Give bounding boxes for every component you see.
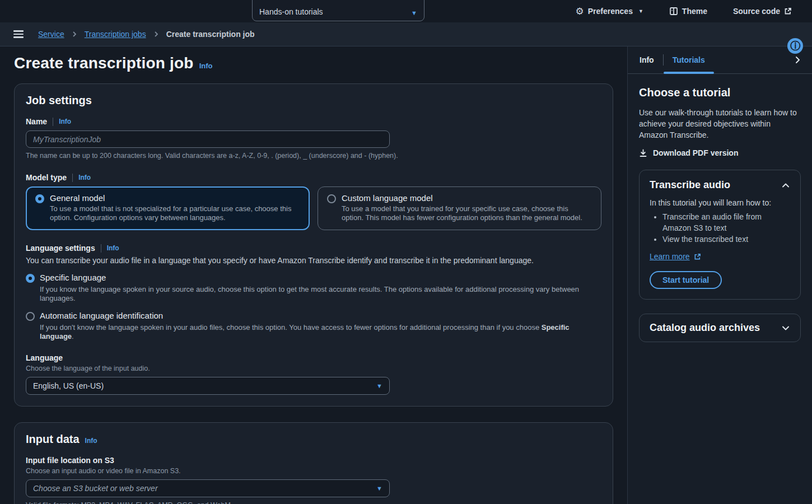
external-link-icon (784, 7, 792, 15)
name-constraint-text: The name can be up to 200 characters lon… (26, 152, 601, 160)
input-file-location-label: Input file location on S3 (26, 456, 114, 465)
breadcrumb-link-service[interactable]: Service (38, 30, 64, 39)
source-code-label: Source code (733, 7, 780, 16)
general-model-title: General model (50, 193, 300, 203)
triangle-down-icon: ▼ (376, 383, 382, 389)
download-pdf-link[interactable]: Download PDF version (639, 148, 801, 157)
model-type-label: Model type (26, 173, 67, 182)
job-settings-panel: Job settings Name Info The name can be u… (14, 83, 613, 407)
tutorial-bullet-list: Transcribe an audio file from Amazon S3 … (650, 211, 790, 245)
gear-icon: ⚙ (576, 7, 584, 16)
label-divider (53, 118, 53, 126)
job-settings-heading: Job settings (26, 94, 601, 107)
page-title: Create transcription job (14, 54, 194, 72)
help-panel: Info Tutorials Choose a tutorial Use our… (627, 46, 812, 504)
radio-unselected-icon[interactable] (327, 194, 336, 203)
top-navigation-bar: Hands-on tutorials ▼ ⚙ Preferences ▼ The… (0, 0, 812, 22)
chevron-up-icon (781, 181, 790, 190)
custom-model-title: Custom language model (342, 193, 592, 203)
transcribe-audio-card-header[interactable]: Transcribe audio (650, 179, 790, 191)
catalog-audio-archives-title: Catalog audio archives (650, 322, 760, 334)
name-label: Name (26, 117, 47, 126)
tutorial-intro-text: In this tutorial you will learn how to: (650, 198, 790, 207)
tab-info[interactable]: Info (631, 46, 663, 73)
transcribe-audio-title: Transcribe audio (650, 179, 730, 191)
help-toggle-button[interactable]: ⓘ (787, 38, 803, 54)
external-link-icon (694, 253, 701, 260)
catalog-audio-archives-card[interactable]: Catalog audio archives (639, 314, 801, 342)
preferences-label: Preferences (588, 7, 633, 16)
hamburger-icon (13, 30, 24, 32)
side-menu-button[interactable] (13, 30, 24, 38)
tab-tutorials[interactable]: Tutorials (664, 46, 714, 73)
radio-selected-icon[interactable] (35, 194, 44, 203)
hands-on-tutorials-value: Hands-on tutorials (259, 7, 323, 16)
page-info-link[interactable]: Info (199, 62, 213, 70)
custom-model-description: To use a model that you trained for your… (342, 204, 592, 222)
bullet-item: View the transcribed text (662, 234, 790, 245)
label-divider (72, 174, 73, 182)
theme-icon (669, 7, 678, 16)
custom-language-model-option-card[interactable]: Custom language model To use a model tha… (318, 186, 601, 230)
download-pdf-label: Download PDF version (653, 148, 738, 157)
general-model-description: To use a model that is not specialized f… (50, 204, 300, 222)
theme-button[interactable]: Theme (669, 7, 707, 16)
s3-location-placeholder: Choose an S3 bucket or web server (33, 484, 158, 493)
triangle-down-icon: ▼ (411, 10, 417, 16)
caret-down-icon: ▼ (638, 8, 643, 14)
language-settings-description: You can transcribe your audio file in a … (26, 256, 601, 265)
input-data-panel: Input data Info Input file location on S… (14, 422, 613, 504)
chevron-down-icon (781, 324, 790, 333)
automatic-language-description: If you don't know the language spoken in… (40, 323, 601, 341)
specific-language-radio-option[interactable]: Specific language (26, 273, 601, 283)
hands-on-tutorials-select[interactable]: Hands-on tutorials ▼ (252, 0, 424, 21)
s3-location-select[interactable]: Choose an S3 bucket or web server ▼ (26, 479, 390, 497)
learn-more-link[interactable]: Learn more (650, 252, 701, 261)
chevron-right-icon (153, 31, 160, 38)
input-data-heading: Input data (26, 433, 80, 446)
chevron-right-icon (793, 55, 802, 64)
name-info-link[interactable]: Info (59, 118, 71, 125)
radio-unselected-icon[interactable] (26, 312, 35, 321)
label-divider (101, 244, 101, 253)
specific-language-description: If you know the language spoken in your … (40, 285, 601, 303)
help-panel-tabs: Info Tutorials (628, 46, 812, 74)
topbar-actions: ⚙ Preferences ▼ Theme Source code (576, 0, 792, 22)
help-panel-description: Use our walk-through tutorials to learn … (639, 107, 801, 141)
info-icon: ⓘ (790, 41, 800, 51)
automatic-language-radio-option[interactable]: Automatic language identification (26, 311, 601, 321)
theme-label: Theme (682, 7, 707, 16)
help-panel-heading: Choose a tutorial (639, 86, 801, 99)
breadcrumb-link-transcription-jobs[interactable]: Transcription jobs (85, 30, 146, 39)
valid-file-formats-text: Valid file formats: MP3, MP4, WAV, FLAC,… (26, 501, 601, 504)
language-select-value: English, US (en-US) (33, 381, 104, 390)
model-type-info-link[interactable]: Info (78, 174, 91, 181)
radio-selected-icon[interactable] (26, 274, 35, 283)
automatic-language-title: Automatic language identification (40, 311, 163, 320)
specific-language-title: Specific language (40, 273, 106, 282)
chevron-right-icon (71, 31, 78, 38)
start-tutorial-button[interactable]: Start tutorial (650, 271, 722, 289)
preferences-button[interactable]: ⚙ Preferences ▼ (576, 7, 643, 16)
job-name-input[interactable] (26, 130, 390, 148)
source-code-link[interactable]: Source code (733, 7, 792, 16)
language-label: Language (26, 353, 63, 362)
bullet-item: Transcribe an audio file from Amazon S3 … (662, 211, 790, 234)
language-settings-info-link[interactable]: Info (107, 244, 119, 252)
input-file-location-description: Choose an input audio or video file in A… (26, 467, 601, 475)
download-icon (639, 149, 647, 157)
breadcrumb-bar: Service Transcription jobs Create transc… (0, 22, 812, 46)
language-select[interactable]: English, US (en-US) ▼ (26, 377, 390, 395)
general-model-option-card[interactable]: General model To use a model that is not… (26, 186, 310, 230)
transcribe-audio-tutorial-card: Transcribe audio In this tutorial you wi… (639, 170, 801, 300)
input-data-info-link[interactable]: Info (85, 437, 97, 445)
language-description: Choose the language of the input audio. (26, 365, 601, 372)
breadcrumb-current-page: Create transcription job (166, 30, 255, 39)
learn-more-label: Learn more (650, 252, 690, 261)
triangle-down-icon: ▼ (376, 486, 382, 492)
language-settings-label: Language settings (26, 244, 95, 253)
main-content: Create transcription job Info Job settin… (0, 46, 627, 504)
